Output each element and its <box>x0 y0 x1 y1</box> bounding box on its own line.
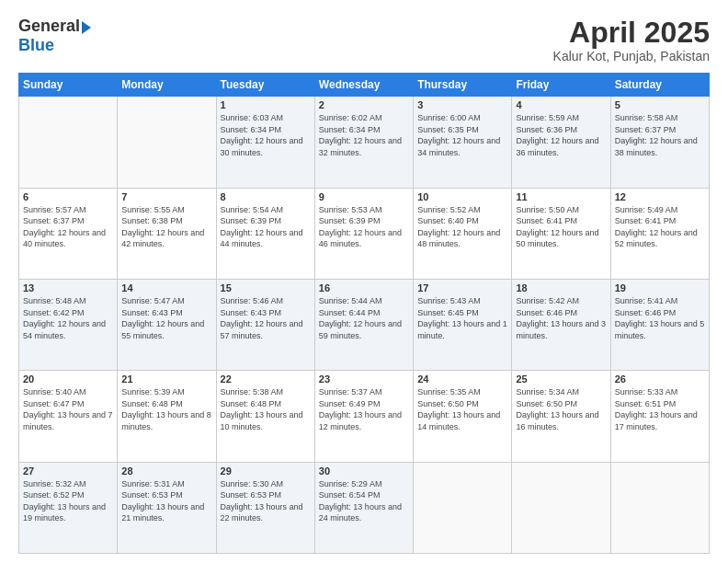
day-info: Sunrise: 5:57 AMSunset: 6:37 PMDaylight:… <box>23 204 113 250</box>
day-info: Sunrise: 5:47 AMSunset: 6:43 PMDaylight:… <box>121 295 211 341</box>
day-info: Sunrise: 5:58 AMSunset: 6:37 PMDaylight:… <box>615 112 705 158</box>
calendar-cell: 10Sunrise: 5:52 AMSunset: 6:40 PMDayligh… <box>414 188 512 279</box>
day-header-monday: Monday <box>118 74 216 97</box>
day-number: 8 <box>221 191 311 202</box>
day-number: 3 <box>417 99 507 110</box>
day-number: 6 <box>23 191 113 202</box>
day-number: 9 <box>319 191 409 202</box>
day-header-saturday: Saturday <box>610 74 709 97</box>
day-info: Sunrise: 6:02 AMSunset: 6:34 PMDaylight:… <box>319 112 409 158</box>
day-info: Sunrise: 5:38 AMSunset: 6:48 PMDaylight:… <box>221 386 311 432</box>
day-info: Sunrise: 5:29 AMSunset: 6:54 PMDaylight:… <box>319 478 409 524</box>
calendar-week-5: 27Sunrise: 5:32 AMSunset: 6:52 PMDayligh… <box>19 462 710 553</box>
day-number: 10 <box>417 191 507 202</box>
day-info: Sunrise: 5:42 AMSunset: 6:46 PMDaylight:… <box>516 295 606 341</box>
day-info: Sunrise: 5:37 AMSunset: 6:49 PMDaylight:… <box>319 386 409 432</box>
calendar-cell: 29Sunrise: 5:30 AMSunset: 6:53 PMDayligh… <box>216 462 314 553</box>
calendar-cell: 28Sunrise: 5:31 AMSunset: 6:53 PMDayligh… <box>118 462 216 553</box>
day-info: Sunrise: 5:50 AMSunset: 6:41 PMDaylight:… <box>516 204 606 250</box>
day-number: 17 <box>417 282 507 293</box>
page: General Blue April 2025 Kalur Kot, Punja… <box>0 0 728 563</box>
day-number: 13 <box>23 282 113 293</box>
day-number: 16 <box>319 282 409 293</box>
calendar-cell: 21Sunrise: 5:39 AMSunset: 6:48 PMDayligh… <box>118 371 216 462</box>
month-title: April 2025 <box>553 17 710 49</box>
logo-arrow-icon <box>82 21 91 34</box>
calendar-cell: 18Sunrise: 5:42 AMSunset: 6:46 PMDayligh… <box>512 279 610 370</box>
calendar-table: SundayMondayTuesdayWednesdayThursdayFrid… <box>18 73 710 554</box>
day-info: Sunrise: 5:53 AMSunset: 6:39 PMDaylight:… <box>319 204 409 250</box>
day-info: Sunrise: 5:33 AMSunset: 6:51 PMDaylight:… <box>615 386 705 432</box>
calendar-cell: 1Sunrise: 6:03 AMSunset: 6:34 PMDaylight… <box>216 97 314 188</box>
day-number: 5 <box>615 99 705 110</box>
calendar-cell <box>610 462 709 553</box>
day-header-friday: Friday <box>512 74 610 97</box>
calendar-cell: 17Sunrise: 5:43 AMSunset: 6:45 PMDayligh… <box>414 279 512 370</box>
location: Kalur Kot, Punjab, Pakistan <box>553 49 710 63</box>
day-info: Sunrise: 5:40 AMSunset: 6:47 PMDaylight:… <box>23 386 113 432</box>
day-info: Sunrise: 6:03 AMSunset: 6:34 PMDaylight:… <box>221 112 311 158</box>
day-number: 27 <box>23 465 113 477</box>
day-info: Sunrise: 5:54 AMSunset: 6:39 PMDaylight:… <box>221 204 311 250</box>
calendar-cell: 5Sunrise: 5:58 AMSunset: 6:37 PMDaylight… <box>610 97 709 188</box>
header-right: April 2025 Kalur Kot, Punjab, Pakistan <box>553 17 710 63</box>
day-number: 22 <box>221 373 311 385</box>
calendar-cell: 4Sunrise: 5:59 AMSunset: 6:36 PMDaylight… <box>512 97 610 188</box>
day-info: Sunrise: 5:49 AMSunset: 6:41 PMDaylight:… <box>615 204 705 250</box>
logo-general: General <box>18 17 80 36</box>
day-number: 28 <box>121 465 211 477</box>
calendar-header-row: SundayMondayTuesdayWednesdayThursdayFrid… <box>19 74 710 97</box>
calendar-cell: 23Sunrise: 5:37 AMSunset: 6:49 PMDayligh… <box>314 371 413 462</box>
calendar-cell: 25Sunrise: 5:34 AMSunset: 6:50 PMDayligh… <box>512 371 610 462</box>
day-header-wednesday: Wednesday <box>314 74 413 97</box>
day-number: 19 <box>615 282 705 293</box>
calendar-cell: 19Sunrise: 5:41 AMSunset: 6:46 PMDayligh… <box>610 279 709 370</box>
day-number: 23 <box>319 373 409 385</box>
calendar-cell: 15Sunrise: 5:46 AMSunset: 6:43 PMDayligh… <box>216 279 314 370</box>
logo-blue: Blue <box>18 36 54 55</box>
day-number: 29 <box>221 465 311 477</box>
day-info: Sunrise: 5:34 AMSunset: 6:50 PMDaylight:… <box>516 386 606 432</box>
calendar-cell <box>118 97 216 188</box>
day-info: Sunrise: 5:48 AMSunset: 6:42 PMDaylight:… <box>23 295 113 341</box>
day-info: Sunrise: 5:46 AMSunset: 6:43 PMDaylight:… <box>221 295 311 341</box>
day-number: 25 <box>516 373 606 385</box>
day-info: Sunrise: 5:32 AMSunset: 6:52 PMDaylight:… <box>23 478 113 524</box>
calendar-cell: 27Sunrise: 5:32 AMSunset: 6:52 PMDayligh… <box>19 462 118 553</box>
day-info: Sunrise: 5:44 AMSunset: 6:44 PMDaylight:… <box>319 295 409 341</box>
calendar-cell <box>512 462 610 553</box>
day-header-tuesday: Tuesday <box>216 74 314 97</box>
calendar-cell: 22Sunrise: 5:38 AMSunset: 6:48 PMDayligh… <box>216 371 314 462</box>
calendar-cell: 14Sunrise: 5:47 AMSunset: 6:43 PMDayligh… <box>118 279 216 370</box>
calendar-cell: 9Sunrise: 5:53 AMSunset: 6:39 PMDaylight… <box>314 188 413 279</box>
calendar-week-1: 1Sunrise: 6:03 AMSunset: 6:34 PMDaylight… <box>19 97 710 188</box>
calendar-cell: 8Sunrise: 5:54 AMSunset: 6:39 PMDaylight… <box>216 188 314 279</box>
calendar-week-3: 13Sunrise: 5:48 AMSunset: 6:42 PMDayligh… <box>19 279 710 370</box>
day-info: Sunrise: 5:55 AMSunset: 6:38 PMDaylight:… <box>121 204 211 250</box>
calendar-cell: 12Sunrise: 5:49 AMSunset: 6:41 PMDayligh… <box>610 188 709 279</box>
day-number: 21 <box>121 373 211 385</box>
calendar-week-4: 20Sunrise: 5:40 AMSunset: 6:47 PMDayligh… <box>19 371 710 462</box>
day-info: Sunrise: 5:41 AMSunset: 6:46 PMDaylight:… <box>615 295 705 341</box>
day-info: Sunrise: 5:43 AMSunset: 6:45 PMDaylight:… <box>417 295 507 341</box>
day-number: 24 <box>417 373 507 385</box>
calendar-cell <box>19 97 118 188</box>
calendar-cell <box>414 462 512 553</box>
calendar-cell: 7Sunrise: 5:55 AMSunset: 6:38 PMDaylight… <box>118 188 216 279</box>
day-info: Sunrise: 5:52 AMSunset: 6:40 PMDaylight:… <box>417 204 507 250</box>
calendar-cell: 2Sunrise: 6:02 AMSunset: 6:34 PMDaylight… <box>314 97 413 188</box>
day-number: 30 <box>319 465 409 477</box>
calendar-cell: 11Sunrise: 5:50 AMSunset: 6:41 PMDayligh… <box>512 188 610 279</box>
day-number: 7 <box>121 191 211 202</box>
day-number: 11 <box>516 191 606 202</box>
day-number: 2 <box>319 99 409 110</box>
day-info: Sunrise: 5:31 AMSunset: 6:53 PMDaylight:… <box>121 478 211 524</box>
day-number: 20 <box>23 373 113 385</box>
day-info: Sunrise: 5:35 AMSunset: 6:50 PMDaylight:… <box>417 386 507 432</box>
day-number: 15 <box>221 282 311 293</box>
calendar-cell: 20Sunrise: 5:40 AMSunset: 6:47 PMDayligh… <box>19 371 118 462</box>
calendar-cell: 26Sunrise: 5:33 AMSunset: 6:51 PMDayligh… <box>610 371 709 462</box>
day-number: 4 <box>516 99 606 110</box>
day-number: 18 <box>516 282 606 293</box>
calendar-cell: 24Sunrise: 5:35 AMSunset: 6:50 PMDayligh… <box>414 371 512 462</box>
